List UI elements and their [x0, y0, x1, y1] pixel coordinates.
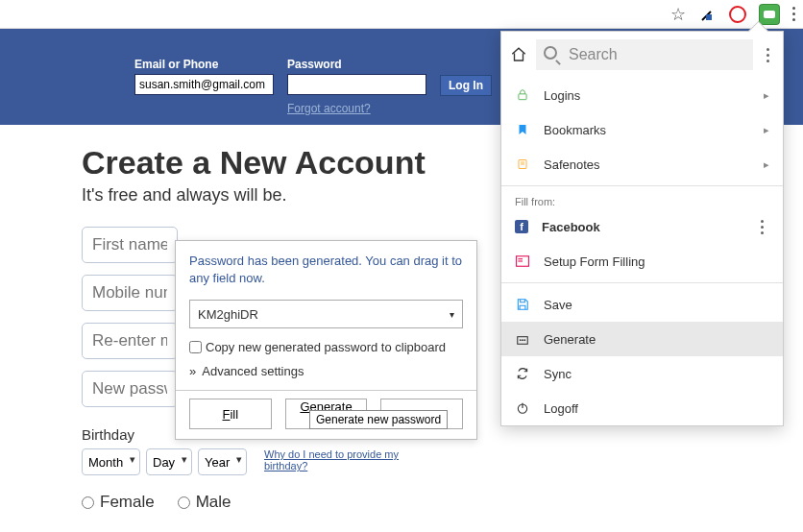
svg-point-11	[523, 339, 525, 341]
bookmark-star-icon[interactable]	[669, 6, 687, 23]
fill-from-label: Fill from:	[501, 190, 783, 209]
advanced-settings-toggle[interactable]: Advanced settings	[189, 364, 463, 378]
reenter-input[interactable]	[82, 323, 178, 359]
facebook-icon: f	[515, 220, 528, 233]
note-icon	[515, 157, 530, 172]
day-select[interactable]: Day	[146, 448, 192, 475]
extension-wand-icon[interactable]	[700, 7, 716, 22]
chevron-right-icon: ▸	[764, 124, 769, 136]
action-sync[interactable]: Sync	[501, 356, 783, 391]
new-password-input[interactable]	[82, 371, 178, 407]
nav-safenotes[interactable]: Safenotes▸	[501, 147, 783, 181]
setup-form-filling[interactable]: Setup Form Filling	[501, 244, 783, 278]
generated-password-value: KM2ghiDR	[198, 307, 258, 322]
password-input[interactable]	[287, 74, 426, 95]
year-select[interactable]: Year	[198, 448, 247, 475]
login-button[interactable]: Log In	[440, 75, 492, 96]
nav-logins[interactable]: Logins▸	[501, 78, 783, 112]
email-label: Email or Phone	[134, 58, 274, 71]
home-icon[interactable]	[509, 45, 528, 64]
svg-rect-0	[706, 14, 712, 20]
chevron-right-icon: ▸	[764, 89, 769, 102]
svg-point-9	[520, 339, 522, 341]
copy-to-clipboard-checkbox[interactable]: Copy new generated password to clipboard	[189, 340, 463, 354]
save-icon	[515, 297, 530, 312]
item-menu-icon[interactable]	[755, 220, 769, 234]
mobile-input[interactable]	[82, 275, 178, 311]
roboform-extension-icon[interactable]	[760, 5, 779, 24]
lock-icon	[515, 87, 530, 103]
form-icon	[515, 254, 530, 269]
generate-icon	[515, 331, 530, 347]
dropdown-caret-icon[interactable]: ▾	[450, 309, 454, 320]
svg-rect-1	[519, 94, 526, 100]
action-save[interactable]: Save	[501, 287, 783, 322]
fill-button[interactable]: Fill	[189, 399, 272, 429]
extension-search-input[interactable]: Search	[536, 39, 753, 70]
first-name-input[interactable]	[82, 227, 178, 263]
email-input[interactable]	[134, 74, 274, 95]
generated-password-field[interactable]: KM2ghiDR ▾	[189, 300, 463, 328]
gender-female[interactable]: Female	[82, 493, 155, 512]
bookmark-icon	[515, 122, 530, 137]
why-birthday-link[interactable]: Why do I need to provide my birthday?	[264, 448, 399, 472]
roboform-panel: Search Logins▸ Bookmarks▸ Safenotes▸ Fil…	[500, 31, 784, 426]
action-generate[interactable]: Generate	[501, 322, 783, 356]
power-icon	[515, 400, 530, 416]
gender-male[interactable]: Male	[178, 493, 231, 512]
month-select[interactable]: Month	[82, 448, 140, 475]
password-label: Password	[287, 58, 426, 71]
fill-from-facebook[interactable]: f Facebook	[501, 209, 783, 244]
generator-message: Password has been generated. You can dra…	[189, 253, 463, 286]
sync-icon	[515, 366, 530, 381]
svg-point-10	[522, 339, 523, 341]
browser-menu-icon[interactable]	[792, 7, 795, 21]
panel-menu-icon[interactable]	[761, 48, 775, 62]
nav-bookmarks[interactable]: Bookmarks▸	[501, 112, 783, 147]
chevron-right-icon: ▸	[764, 158, 769, 171]
opera-icon[interactable]	[729, 6, 746, 23]
tooltip: Generate new password	[309, 410, 448, 429]
action-logoff[interactable]: Logoff	[501, 391, 783, 425]
forgot-account-link[interactable]: Forgot account?	[287, 102, 426, 115]
search-icon	[544, 46, 563, 63]
